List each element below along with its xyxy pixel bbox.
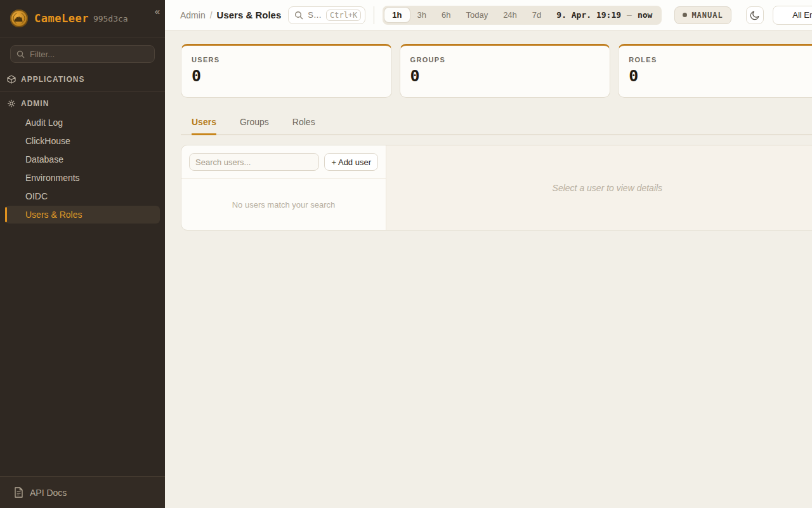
sidebar-filter-wrap: Filter... [0, 37, 165, 69]
stat-label: ROLES [629, 56, 812, 64]
sidebar-section-applications[interactable]: APPLICATIONS [0, 69, 165, 89]
gear-icon [7, 99, 16, 108]
sidebar-item-clickhouse[interactable]: ClickHouse [5, 132, 160, 150]
page-content: USERS 0 GROUPS 0 ROLES 0 Users Groups Ro… [165, 30, 812, 244]
time-range-24h[interactable]: 24h [495, 8, 525, 22]
package-icon [7, 75, 16, 84]
add-user-button[interactable]: + Add user [324, 153, 378, 171]
api-docs-label: API Docs [30, 488, 67, 498]
topbar-divider [374, 6, 374, 24]
refresh-dot-icon [683, 13, 687, 17]
time-dash: — [627, 10, 632, 20]
global-search-button[interactable]: S… Ctrl+K [288, 6, 365, 24]
tab-roles[interactable]: Roles [292, 112, 315, 135]
time-range-7d[interactable]: 7d [525, 8, 549, 22]
stat-value: 0 [410, 67, 600, 85]
breadcrumb-admin[interactable]: Admin [180, 10, 206, 20]
breadcrumb-separator: / [210, 10, 213, 20]
sidebar-spacer [0, 224, 165, 476]
stat-card-roles: ROLES 0 [618, 44, 812, 98]
api-docs-link[interactable]: API Docs [0, 476, 165, 508]
time-from[interactable]: 9. Apr. 19:19 [556, 10, 621, 20]
time-range-custom[interactable]: 9. Apr. 19:19 — now [549, 10, 660, 20]
tab-bar: Users Groups Roles [181, 112, 812, 135]
sidebar-filter-placeholder: Filter... [30, 50, 55, 59]
sidebar-item-database[interactable]: Database [5, 150, 160, 168]
theme-toggle-button[interactable] [746, 6, 764, 24]
search-label: S… [308, 10, 322, 20]
stat-cards-row: USERS 0 GROUPS 0 ROLES 0 [181, 44, 812, 98]
environment-selected-value: All Envs [792, 10, 812, 20]
tab-groups[interactable]: Groups [240, 112, 269, 135]
cameleer-logo-icon [10, 10, 28, 27]
breadcrumb: Admin / Users & Roles [180, 10, 281, 20]
section-label: APPLICATIONS [21, 75, 84, 84]
refresh-mode-button[interactable]: MANUAL [674, 6, 731, 24]
page-title: Users & Roles [217, 10, 282, 20]
sidebar-filter-input[interactable]: Filter... [10, 45, 155, 63]
time-range-control: 1h 3h 6h Today 24h 7d 9. Apr. 19:19 — no… [383, 6, 662, 25]
environment-select[interactable]: All Envs ▾ [773, 6, 812, 25]
time-range-today[interactable]: Today [458, 8, 495, 22]
document-icon [14, 487, 23, 498]
search-users-input[interactable] [189, 153, 319, 171]
app-title: CameLeer [34, 12, 89, 25]
sidebar-item-users-roles[interactable]: Users & Roles [5, 206, 160, 224]
stat-value: 0 [192, 67, 381, 85]
main-area: Admin / Users & Roles S… Ctrl+K 1h 3h 6h… [165, 0, 812, 508]
app-version: 995d3ca [93, 14, 128, 23]
tab-users[interactable]: Users [192, 112, 216, 135]
sidebar-collapse-icon[interactable]: « [155, 6, 160, 16]
time-range-3h[interactable]: 3h [410, 8, 434, 22]
users-list-toolbar: + Add user [181, 145, 386, 178]
search-icon [16, 50, 25, 58]
stat-card-users: USERS 0 [181, 44, 392, 98]
sidebar-section-admin[interactable]: ADMIN [0, 93, 165, 113]
sidebar-divider [0, 91, 165, 92]
users-panel: + Add user No users match your search Se… [181, 145, 812, 231]
sidebar-item-oidc[interactable]: OIDC [5, 187, 160, 205]
stat-card-groups: GROUPS 0 [400, 44, 611, 98]
search-icon [294, 11, 303, 20]
users-list-pane: + Add user No users match your search [181, 145, 386, 230]
sidebar-item-audit-log[interactable]: Audit Log [5, 114, 160, 131]
moon-icon [750, 10, 760, 20]
app-window: CameLeer 995d3ca « Filter... APPLICATION… [0, 0, 812, 508]
sidebar-item-environments[interactable]: Environments [5, 169, 160, 187]
user-detail-pane: Select a user to view details [386, 145, 812, 230]
sidebar: CameLeer 995d3ca « Filter... APPLICATION… [0, 0, 165, 508]
stat-label: GROUPS [410, 56, 600, 64]
user-detail-empty-state: Select a user to view details [553, 183, 663, 193]
time-range-6h[interactable]: 6h [434, 8, 458, 22]
stat-label: USERS [192, 56, 381, 64]
time-to[interactable]: now [638, 10, 652, 20]
topbar: Admin / Users & Roles S… Ctrl+K 1h 3h 6h… [165, 0, 812, 30]
section-label: ADMIN [21, 99, 49, 108]
time-range-1h[interactable]: 1h [384, 8, 409, 22]
search-shortcut-badge: Ctrl+K [326, 10, 361, 21]
refresh-mode-label: MANUAL [691, 11, 723, 20]
sidebar-header: CameLeer 995d3ca « [0, 0, 165, 37]
stat-value: 0 [629, 67, 812, 85]
admin-nav: Audit Log ClickHouse Database Environmen… [0, 113, 165, 224]
users-list-empty-state: No users match your search [181, 178, 386, 230]
